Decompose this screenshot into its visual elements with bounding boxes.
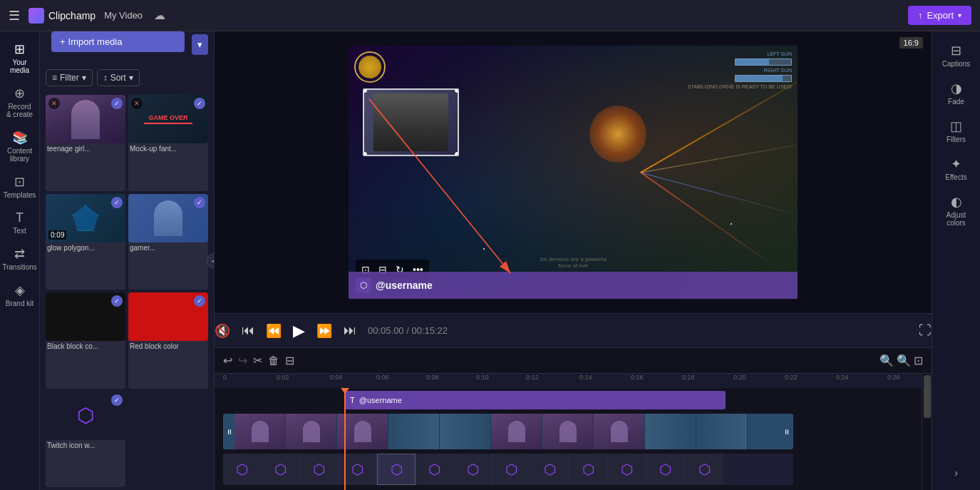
text-track-clip[interactable]: T @username <box>344 391 726 409</box>
skip-back-button[interactable]: ⏮ <box>242 323 254 338</box>
delete-teenage-girl-icon[interactable]: ✕ <box>48 98 60 109</box>
center-area: 16:9 <box>215 31 932 490</box>
sidebar-item-record-create[interactable]: ⊕ Record & create <box>3 81 37 123</box>
filter-button[interactable]: ≡ Filter ▾ <box>46 69 93 86</box>
media-item-glow-polygon[interactable]: 0:09 ✓ glow polygon... <box>46 194 125 290</box>
hud-drive-text: STABILIZING DRIVE IS READY TO BE USED! <box>688 84 792 89</box>
right-panel-captions[interactable]: ⊟ Captions <box>934 37 979 73</box>
skip-forward-button[interactable]: ⏭ <box>344 323 356 338</box>
your-media-icon: ⊞ <box>14 41 25 57</box>
adjust-colors-label: Adjust colors <box>937 211 976 227</box>
timeline-scrollbar[interactable] <box>922 374 932 490</box>
sidebar-item-brand-kit[interactable]: ◈ Brand kit <box>3 278 37 312</box>
preview-video: LEFT GUN RIGHT GUN STABILIZING DRIVE IS … <box>349 46 798 299</box>
captions-icon: ⊟ <box>951 43 961 58</box>
icon-thumb-3: ⬡ <box>300 454 339 485</box>
media-item-red-block[interactable]: ✓ Red block color <box>128 292 208 389</box>
adjust-colors-icon: ◐ <box>951 194 962 210</box>
pip-handle-bottom-left[interactable] <box>363 152 367 156</box>
redo-button[interactable]: ↪ <box>238 354 247 367</box>
cut-button[interactable]: ✂ <box>253 354 262 367</box>
hud-left-gun-label: LEFT GUN <box>768 51 793 56</box>
media-label-twitch: Twitch icon w... <box>46 440 125 452</box>
hud-top-left <box>354 51 386 83</box>
export-button[interactable]: ↑ Export ▾ <box>908 6 971 25</box>
fullscreen-button[interactable]: ⛶ <box>919 323 932 338</box>
video-track-row: ⏸ <box>223 414 919 452</box>
video-track-clip[interactable]: ⏸ <box>223 414 793 449</box>
zoom-in-button[interactable]: 🔍 <box>897 354 911 367</box>
text-track-icon: T <box>350 396 355 404</box>
icon-thumb-2: ⬡ <box>262 454 300 485</box>
sidebar-item-templates[interactable]: ⊡ Templates <box>3 170 37 203</box>
hud-bottom-subtitle: Jot demons are a powerfulforce of evil <box>540 256 607 269</box>
twitch-track-icon-9: ⬡ <box>544 461 556 478</box>
app-logo-icon <box>29 8 44 24</box>
twitch-track-icon-6: ⬡ <box>428 461 440 478</box>
import-split-button[interactable]: ▾ <box>192 34 208 55</box>
pip-handle-top-right[interactable] <box>455 88 459 93</box>
fit-timeline-button[interactable]: ⊡ <box>914 354 923 367</box>
import-label: Import media <box>68 36 123 47</box>
sort-icon: ↕ <box>103 73 108 83</box>
templates-icon: ⊡ <box>14 174 25 190</box>
icon-track-clip[interactable]: ⬡ ⬡ ⬡ ⬡ ⬡ ⬡ ⬡ ⬡ ⬡ ⬡ ⬡ ⬡ <box>223 454 793 485</box>
transitions-icon: ⇄ <box>14 246 25 262</box>
media-grid: ✕ ✓ teenage girl... GAME OVER ✕ ✓ Add to… <box>40 92 214 490</box>
aspect-ratio-badge: 16:9 <box>899 37 923 49</box>
delete-button[interactable]: 🗑 <box>268 354 279 367</box>
fade-icon: ◑ <box>951 81 962 96</box>
pip-handle-bottom-right[interactable] <box>455 152 459 156</box>
media-item-gamer[interactable]: ✓ gamer... <box>128 194 208 290</box>
ruler-mark-0: 0 <box>223 374 227 381</box>
fast-forward-button[interactable]: ⏩ <box>316 323 332 339</box>
sidebar-item-content-library[interactable]: 📚 Content library <box>3 126 37 167</box>
menu-icon[interactable]: ☰ <box>9 8 20 24</box>
sidebar-item-label-transitions: Transitions <box>2 263 37 271</box>
collapse-right-panel-button[interactable]: › <box>949 461 964 484</box>
play-button[interactable]: ▶ <box>293 322 305 340</box>
media-item-twitch-icon[interactable]: ⬡ ✓ Twitch icon w... <box>46 392 125 488</box>
icon-track-row: ⬡ ⬡ ⬡ ⬡ ⬡ ⬡ ⬡ ⬡ ⬡ ⬡ ⬡ ⬡ <box>223 454 919 488</box>
sort-label: Sort <box>110 73 126 83</box>
media-item-mock-up-fant[interactable]: GAME OVER ✕ ✓ Add to timeline Mock-up fa… <box>128 95 208 191</box>
rewind-button[interactable]: ⏪ <box>266 323 282 339</box>
right-panel-effects[interactable]: ✦ Effects <box>934 150 979 187</box>
sidebar-item-text[interactable]: T Text <box>3 206 37 239</box>
sort-dropdown-icon: ▾ <box>129 73 133 83</box>
media-item-black-block[interactable]: ✓ Black block co... <box>46 292 125 389</box>
right-panel-adjust-colors[interactable]: ◐ Adjust colors <box>934 188 979 233</box>
timeline-scroll-area[interactable]: 0 0:02 0:04 0:06 0:08 0:10 0:12 0:14 0:1… <box>215 374 922 490</box>
player-time: 00:05.00 / 00:15:22 <box>368 325 448 336</box>
timeline-scroll-thumb[interactable] <box>924 375 931 418</box>
playhead[interactable] <box>344 388 346 490</box>
zoom-out-button[interactable]: 🔍 <box>880 354 894 367</box>
split-button[interactable]: ⊟ <box>285 354 294 367</box>
video-track-left-handle: ⏸ <box>225 427 234 437</box>
pip-frame[interactable] <box>363 88 459 156</box>
timeline-content: 0 0:02 0:04 0:06 0:08 0:10 0:12 0:14 0:1… <box>215 374 932 490</box>
effects-label: Effects <box>945 173 966 181</box>
sidebar-item-your-media[interactable]: ⊞ Your media <box>3 37 37 78</box>
hud-bottom: Jot demons are a powerfulforce of evil <box>540 256 607 269</box>
hud-top-right: LEFT GUN RIGHT GUN STABILIZING DRIVE IS … <box>688 51 792 89</box>
filter-label: Filter <box>60 73 79 83</box>
sidebar-item-transitions[interactable]: ⇄ Transitions <box>3 242 37 275</box>
twitch-track-icon-13: ⬡ <box>698 461 711 478</box>
main-layout: ⊞ Your media ⊕ Record & create 📚 Content… <box>0 31 980 490</box>
sort-button[interactable]: ↕ Sort ▾ <box>97 69 140 86</box>
sidebar-item-label-your-media: Your media <box>6 58 34 74</box>
video-thumb-5 <box>440 414 491 449</box>
content-library-icon: 📚 <box>12 130 28 146</box>
undo-button[interactable]: ↩ <box>223 354 232 367</box>
ruler-mark-5: 0:10 <box>476 374 489 381</box>
mute-button[interactable]: 🔇 <box>215 323 230 339</box>
icon-thumb-9: ⬡ <box>531 454 569 485</box>
delete-mock-up-icon[interactable]: ✕ <box>131 98 143 109</box>
captions-label: Captions <box>942 60 970 68</box>
media-item-teenage-girl[interactable]: ✕ ✓ teenage girl... <box>46 95 125 191</box>
project-name[interactable]: My Video <box>104 10 143 21</box>
right-panel-fade[interactable]: ◑ Fade <box>934 75 979 111</box>
import-media-button[interactable]: + Import media <box>51 31 185 52</box>
right-panel-filters[interactable]: ◫ Filters <box>934 113 979 149</box>
